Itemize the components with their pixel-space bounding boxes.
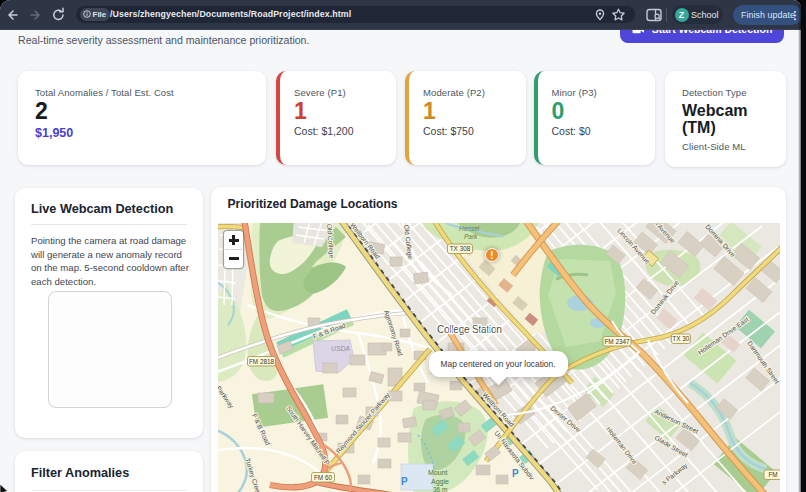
- svg-text:Park: Park: [464, 233, 478, 240]
- svg-text:College Station: College Station: [437, 324, 502, 335]
- svg-text:Aggie: Aggie: [431, 478, 449, 486]
- svg-text:TX 308: TX 308: [449, 245, 470, 252]
- svg-text:FM 60: FM 60: [313, 473, 332, 480]
- svg-text:USDA: USDA: [331, 345, 350, 352]
- svg-text:FM 2818: FM 2818: [248, 357, 274, 364]
- svg-text:P: P: [512, 468, 519, 479]
- svg-text:Hensel: Hensel: [459, 225, 480, 232]
- svg-text:36 m: 36 m: [433, 486, 447, 492]
- svg-text:FM 2347: FM 2347: [604, 337, 630, 344]
- svg-text:P: P: [401, 476, 408, 487]
- svg-text:TX 30: TX 30: [672, 335, 689, 342]
- svg-text:FM: FM: [768, 471, 777, 478]
- svg-text:Mount: Mount: [428, 469, 448, 476]
